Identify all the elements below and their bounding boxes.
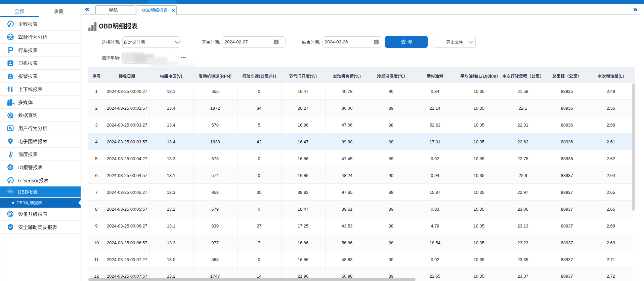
svg-text:OBD: OBD: [8, 190, 12, 192]
